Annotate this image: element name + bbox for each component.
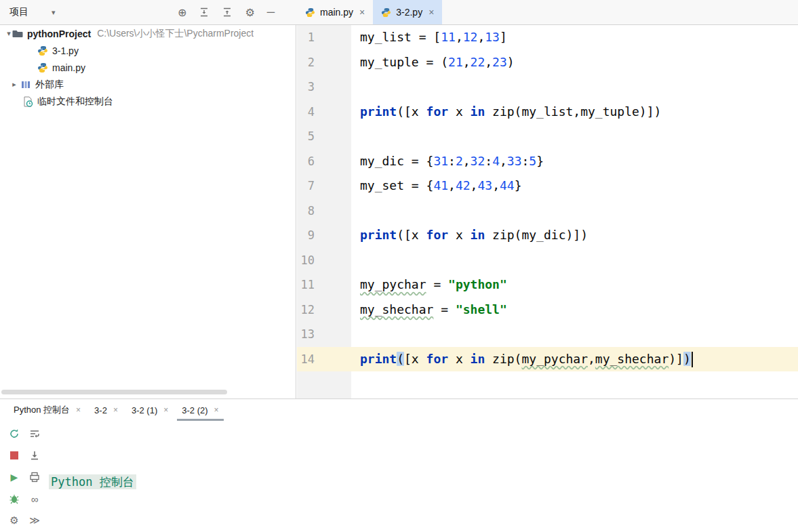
soft-wrap-icon[interactable] — [29, 428, 40, 439]
code-text — [351, 248, 360, 273]
editor-tab-label: main.py — [320, 7, 353, 18]
library-icon — [20, 79, 31, 90]
console-banner: Python 控制台 — [49, 470, 798, 494]
code-line[interactable]: 14print([x for x in zip(my_pychar,my_she… — [297, 347, 798, 372]
code-text: my_pychar = "python" — [351, 272, 507, 298]
code-line[interactable]: 11my_pychar = "python" — [297, 272, 798, 298]
line-number[interactable]: 14 — [297, 347, 351, 372]
line-number[interactable]: 10 — [297, 248, 351, 273]
command-queue-icon[interactable]: ∞ — [31, 493, 39, 505]
console-panel: ▶ ∞ ⚙ ≫ Python 控制台 [(11, 21), (12, 22), … — [0, 421, 798, 532]
code-text — [351, 124, 360, 149]
hide-panel-icon[interactable]: ─ — [267, 6, 275, 18]
expand-all-icon[interactable] — [199, 7, 210, 18]
console-tab[interactable]: 3-2 (1)× — [125, 399, 175, 421]
tree-item-label: 外部库 — [35, 79, 64, 91]
tree-item-label: 3-1.py — [52, 45, 79, 56]
chevron-right-icon[interactable]: ▸ — [8, 80, 20, 89]
code-lines: 1my_list = [11,12,13]2my_tuple = (21,22,… — [297, 25, 798, 371]
line-number[interactable]: 3 — [297, 75, 351, 100]
line-number[interactable]: 4 — [297, 100, 351, 125]
double-chevron-icon[interactable]: ≫ — [29, 514, 40, 527]
console-tab[interactable]: 3-2 (2)× — [175, 399, 225, 421]
console-tab-label: Python 控制台 — [14, 404, 70, 416]
rerun-icon[interactable] — [9, 428, 20, 439]
horizontal-scrollbar[interactable] — [1, 390, 227, 394]
settings-gear-icon[interactable]: ⚙ — [245, 6, 254, 19]
line-number[interactable]: 8 — [297, 199, 351, 224]
line-number[interactable]: 7 — [297, 173, 351, 199]
line-number[interactable]: 5 — [297, 124, 351, 149]
tree-item-root[interactable]: ▾ pythonProject C:\Users\小小怪下士\PycharmPr… — [0, 25, 296, 42]
line-number[interactable]: 11 — [297, 272, 351, 298]
line-number[interactable]: 1 — [297, 25, 351, 50]
code-line[interactable]: 5 — [297, 124, 798, 149]
editor-tab[interactable]: 3-2.py× — [373, 0, 442, 24]
code-line[interactable]: 4print([x for x in zip(my_list,my_tuple)… — [297, 100, 798, 125]
code-line[interactable]: 3 — [297, 75, 798, 100]
code-line[interactable]: 8 — [297, 199, 798, 224]
chevron-down-icon[interactable]: ▾ — [0, 29, 12, 38]
code-text: print([x for x in zip(my_dic)]) — [351, 223, 588, 248]
execute-icon[interactable]: ▶ — [11, 472, 18, 483]
code-text: print([x for x in zip(my_pychar,my_shech… — [351, 347, 693, 372]
code-line[interactable]: 2my_tuple = (21,22,23) — [297, 50, 798, 75]
text-cursor — [692, 352, 693, 367]
code-text: my_tuple = (21,22,23) — [351, 50, 515, 75]
chevron-down-icon: ▾ — [52, 8, 56, 17]
tree-item-file[interactable]: 3-1.py — [0, 42, 296, 59]
project-selector[interactable]: 项目 ▾ — [9, 0, 56, 24]
code-line[interactable]: 13 — [297, 322, 798, 347]
code-line[interactable]: 12my_shechar = "shell" — [297, 298, 798, 323]
console-output[interactable]: Python 控制台 [(11, 21), (12, 22), (13, 23)… — [49, 421, 798, 532]
code-text: my_shechar = "shell" — [351, 298, 507, 323]
debug-bug-icon[interactable] — [9, 493, 20, 504]
collapse-all-icon[interactable] — [222, 7, 233, 18]
project-panel: ▾ pythonProject C:\Users\小小怪下士\PycharmPr… — [0, 25, 296, 398]
code-editor[interactable]: 1my_list = [11,12,13]2my_tuple = (21,22,… — [297, 25, 798, 398]
close-icon[interactable]: × — [113, 405, 118, 415]
console-toolbar: ▶ ∞ ⚙ ≫ — [4, 423, 45, 531]
line-number[interactable]: 13 — [297, 322, 351, 347]
tree-item-scratches[interactable]: 临时文件和控制台 — [0, 93, 296, 110]
line-number[interactable]: 6 — [297, 149, 351, 174]
line-number[interactable]: 2 — [297, 50, 351, 75]
stop-icon[interactable] — [10, 450, 18, 462]
editor-tab-bar: main.py×3-2.py× — [297, 0, 442, 24]
code-line[interactable]: 1my_list = [11,12,13] — [297, 25, 798, 50]
print-icon[interactable] — [29, 472, 40, 483]
editor-tab[interactable]: main.py× — [297, 0, 373, 24]
project-root-path: C:\Users\小小怪下士\PycharmProject — [97, 28, 254, 40]
tree-item-external-libraries[interactable]: ▸ 外部库 — [0, 76, 296, 93]
console-tab-label: 3-2 — [94, 405, 107, 415]
code-text: my_dic = {31:2,32:4,33:5} — [351, 149, 544, 174]
code-line[interactable]: 6my_dic = {31:2,32:4,33:5} — [297, 149, 798, 174]
python-icon — [305, 7, 315, 18]
console-tab[interactable]: 3-2× — [87, 399, 125, 421]
code-line[interactable]: 7my_set = {41,42,43,44} — [297, 173, 798, 199]
line-number[interactable]: 9 — [297, 223, 351, 248]
console-settings-gear-icon[interactable]: ⚙ — [9, 514, 18, 527]
code-text: my_set = {41,42,43,44} — [351, 173, 522, 199]
close-icon[interactable]: × — [76, 405, 81, 415]
tree-item-file[interactable]: main.py — [0, 59, 296, 76]
top-toolbar: 项目 ▾ ⊕ ⚙ ─ main.py×3-2.py× — [0, 0, 798, 25]
console-tab[interactable]: Python 控制台× — [7, 399, 87, 421]
tree-item-label: main.py — [52, 62, 85, 73]
locate-file-icon[interactable]: ⊕ — [178, 6, 186, 19]
code-line[interactable]: 10 — [297, 248, 798, 273]
close-icon[interactable]: × — [359, 7, 365, 18]
tree-item-label: 临时文件和控制台 — [37, 96, 113, 108]
python-icon — [381, 7, 391, 18]
scroll-to-end-icon[interactable] — [29, 450, 40, 461]
folder-icon — [12, 28, 23, 39]
code-text: print([x for x in zip(my_list,my_tuple)]… — [351, 100, 661, 125]
close-icon[interactable]: × — [163, 405, 168, 415]
line-number[interactable]: 12 — [297, 298, 351, 323]
project-root-label: pythonProject — [27, 28, 91, 39]
close-icon[interactable]: × — [428, 7, 434, 18]
console-tab-label: 3-2 (1) — [132, 405, 157, 415]
code-line[interactable]: 9print([x for x in zip(my_dic)]) — [297, 223, 798, 248]
editor-tab-label: 3-2.py — [396, 7, 422, 18]
close-icon[interactable]: × — [214, 405, 219, 415]
